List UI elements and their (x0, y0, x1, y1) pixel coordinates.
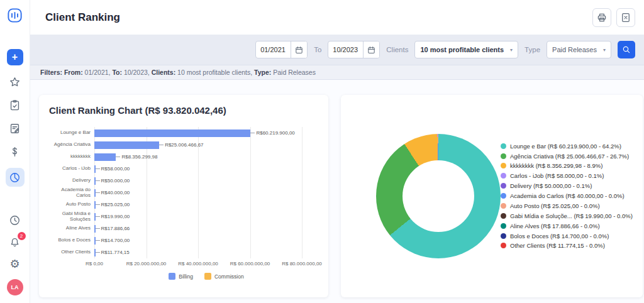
bar-value-label: R$11.774,15 (101, 250, 130, 255)
bar-value-label: R$58.000,00 (101, 166, 130, 172)
bar-category-label: Agência Criativa (49, 139, 94, 151)
date-from-group (255, 41, 308, 58)
bar-row: R$40.000,00 (94, 187, 318, 199)
donut-legend-item[interactable]: Other Clients (R$ 11.774,15 - 0.0%) (501, 242, 634, 250)
donut-legend-item[interactable]: Carlos - iJob (R$ 58.000,00 - 0.1%) (501, 172, 634, 180)
donut-legend-item[interactable]: Lounge e Bar (R$ 60.219.900,00 - 64.2%) (501, 143, 634, 150)
bar-chart: Lounge e BarAgência CriativakkkkkkkkCarl… (49, 127, 318, 280)
app-logo-icon[interactable] (6, 6, 24, 24)
clients-select[interactable]: 10 most profitable clients ▾ (414, 41, 518, 58)
legend-item[interactable]: Commission (204, 273, 244, 280)
donut-chart-card: Lounge e Bar (R$ 60.219.900,00 - 64.2%)A… (341, 95, 643, 297)
bar-value-axis: R$ 0,00R$ 20.000.000,00R$ 40.000.000,00R… (94, 258, 318, 268)
bar-plot-area[interactable]: R$60.219.900,00R$25.006.466,67R$8.356.29… (94, 127, 318, 258)
sidebar: + 2 ⚙ LA (0, 0, 30, 303)
x-tick-label: R$ 40.000.000,00 (178, 261, 218, 267)
donut-legend-dot (501, 193, 506, 199)
bar-value-label: R$19.990,00 (101, 214, 130, 219)
donut-wrap (376, 134, 501, 258)
bar-connector-line (96, 168, 100, 169)
favorites-star-icon[interactable] (8, 75, 22, 89)
legend-item[interactable]: Billing (169, 273, 193, 280)
x-tick-label: R$ 80.000.000,00 (282, 261, 322, 267)
donut-legend-item[interactable]: Academia do Carlos (R$ 40.000,00 - 0.0%) (501, 192, 634, 200)
filter-summary-label: From: (64, 69, 85, 76)
x-tick-label: R$ 20.000.000,00 (126, 261, 167, 267)
donut-legend-label: Bolos e Doces (R$ 14.700,00 - 0.0%) (510, 233, 609, 240)
add-button[interactable]: + (7, 49, 23, 65)
user-avatar[interactable]: LA (7, 279, 23, 295)
bar-category-label: kkkkkkkk (49, 151, 94, 163)
settings-gear-icon[interactable]: ⚙ (8, 257, 22, 271)
bar-category-label: Auto Posto (49, 199, 94, 211)
donut-legend-label: Gabi Mídia e Soluçõe... (R$ 19.990,00 - … (510, 212, 633, 220)
notes-edit-icon[interactable] (8, 121, 22, 135)
donut-legend-item[interactable]: Delivery (R$ 50.000,00 - 0.1%) (501, 182, 634, 190)
bar-value-label: R$8.356.299,98 (121, 154, 157, 160)
donut-legend: Lounge e Bar (R$ 60.219.900,00 - 64.2%)A… (501, 143, 635, 250)
donut-legend-dot (501, 183, 506, 189)
bar-connector-line (96, 192, 100, 193)
type-select[interactable]: Paid Releases ▾ (547, 41, 611, 58)
history-clock-icon[interactable] (8, 213, 22, 227)
bar-category-label: Academia do Carlos (49, 187, 94, 199)
filter-summary-label: Clients: (152, 69, 177, 76)
donut-legend-label: Delivery (R$ 50.000,00 - 0.1%) (510, 182, 592, 190)
filter-summary-prefix: Filters: (40, 69, 64, 76)
bar-value-label: R$25.006.466,67 (165, 142, 203, 148)
tasks-clipboard-icon[interactable] (8, 98, 22, 112)
chevron-down-icon: ▾ (603, 47, 606, 53)
date-from-input[interactable] (256, 46, 291, 53)
to-label: To (314, 46, 321, 53)
bar[interactable] (94, 153, 116, 161)
donut-legend-item[interactable]: kkkkkkkk (R$ 8.356.299,98 - 8.9%) (501, 162, 634, 170)
donut-legend-label: Auto Posto (R$ 25.025,00 - 0.0%) (510, 202, 600, 210)
legend-label: Billing (179, 273, 193, 280)
donut-legend-item[interactable]: Auto Posto (R$ 25.025,00 - 0.0%) (501, 202, 634, 210)
bar-category-label: Carlos - iJob (49, 163, 94, 175)
calendar-icon[interactable] (363, 41, 379, 58)
donut-legend-item[interactable]: Agência Criativa (R$ 25.006.466,67 - 26.… (501, 153, 634, 160)
bar-category-label: Gabi Mídia e Soluções (49, 211, 94, 223)
bar-chart-legend: BillingCommission (94, 273, 318, 280)
bar-value-label: R$17.886,66 (101, 226, 130, 231)
donut-chart[interactable] (376, 134, 501, 258)
donut-legend-dot (501, 233, 506, 239)
bar-connector-line (159, 145, 164, 145)
legend-swatch (204, 273, 211, 280)
bar-connector-line (116, 157, 120, 157)
bar-value-label: R$50.000,00 (101, 178, 130, 184)
bar-category-label: Delivery (49, 175, 94, 187)
donut-legend-label: Lounge e Bar (R$ 60.219.900,00 - 64.2%) (510, 143, 621, 150)
date-to-input[interactable] (328, 46, 363, 53)
bar[interactable] (94, 141, 159, 149)
notifications-bell-icon[interactable]: 2 (8, 235, 22, 249)
donut-legend-dot (501, 203, 506, 209)
donut-legend-label: kkkkkkkk (R$ 8.356.299,98 - 8.9%) (510, 162, 602, 170)
bar-category-label: Lounge e Bar (49, 127, 94, 139)
finance-dollar-icon[interactable] (8, 145, 22, 158)
bar[interactable] (94, 129, 250, 137)
bar-row: R$8.356.299,98 (94, 151, 318, 163)
bar-connector-line (96, 240, 100, 241)
bar-value-label: R$14.700,00 (101, 238, 130, 243)
filter-summary-value: Paid Releases (273, 69, 316, 76)
bar-connector-line (96, 180, 100, 181)
bar-connector-line (96, 216, 100, 217)
donut-legend-item[interactable]: Aline Alves (R$ 17.886,66 - 0.0%) (501, 223, 634, 230)
print-button[interactable] (592, 8, 611, 27)
donut-legend-item[interactable]: Bolos e Doces (R$ 14.700,00 - 0.0%) (501, 233, 634, 240)
bar-row: R$11.774,15 (94, 246, 318, 258)
bar-connector-line (96, 228, 100, 229)
filter-summary-value: 01/2021, (85, 69, 113, 76)
search-button[interactable] (618, 41, 635, 58)
filter-summary-label: To: (112, 69, 123, 76)
donut-legend-dot (501, 143, 506, 149)
sidebar-item-reports-active[interactable] (6, 168, 25, 187)
donut-legend-item[interactable]: Gabi Mídia e Soluçõe... (R$ 19.990,00 - … (501, 212, 634, 220)
date-to-group (328, 41, 380, 58)
calendar-icon[interactable] (291, 41, 307, 58)
donut-legend-label: Aline Alves (R$ 17.886,66 - 0.0%) (510, 223, 600, 230)
export-excel-button[interactable] (616, 8, 635, 27)
donut-legend-label: Academia do Carlos (R$ 40.000,00 - 0.0%) (510, 192, 625, 200)
